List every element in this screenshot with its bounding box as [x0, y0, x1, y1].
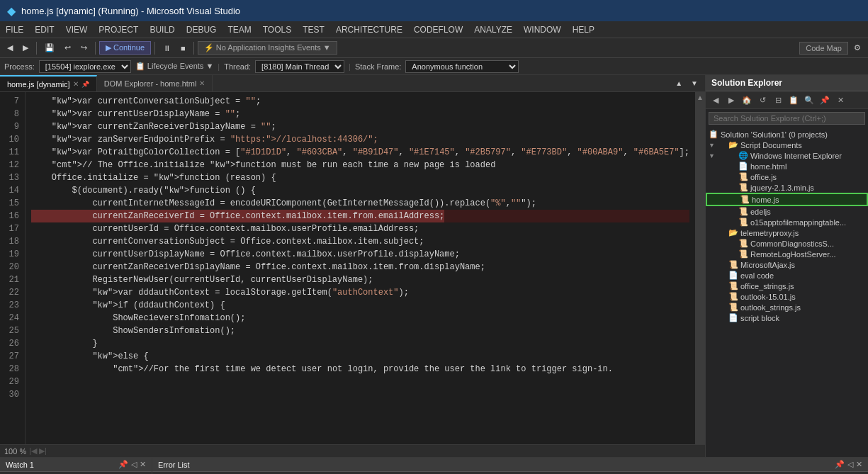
tree-item[interactable]: 📜RemoteLogHostServer... [706, 249, 868, 259]
toolbar-settings[interactable]: ⚙ [850, 40, 865, 56]
editor-scrollbar[interactable]: ▲ [695, 92, 705, 444]
toolbar-save[interactable]: 💾 [40, 40, 59, 56]
stack-select[interactable]: Anonymous function [405, 60, 519, 73]
tree-item[interactable]: 📜office_strings.js [706, 281, 868, 291]
code-line-17[interactable]: currentInternetMessageId = encodeURIComp… [31, 197, 689, 210]
tree-file-icon: 📜 [738, 172, 748, 181]
code-map-button[interactable]: Code Map [799, 42, 848, 55]
menu-item-architecture[interactable]: ARCHITECTURE [330, 21, 408, 38]
line-num-11: 11 [3, 146, 19, 159]
menu-item-file[interactable]: FILE [0, 21, 29, 38]
stop-button[interactable]: ■ [176, 40, 190, 56]
tree-label: Solution 'Solution1' (0 projects) [721, 130, 828, 139]
tree-item[interactable]: 📜MicrosoftAjax.js [706, 259, 868, 270]
tree-item[interactable]: 📄eval code [706, 270, 868, 281]
tree-item[interactable]: 📜outlook-15.01.js [706, 291, 868, 302]
watch-auto-hide[interactable]: ◁ [131, 460, 137, 469]
process-select[interactable]: [15504] iexplore.exe [39, 60, 131, 73]
continue-button[interactable]: ▶ Continue [99, 41, 151, 55]
code-line-14[interactable]: "cmt">// The Office.initialize "kw">func… [31, 159, 689, 171]
code-line-15[interactable]: Office.initialize = "kw">function (reaso… [31, 171, 689, 184]
code-line-19[interactable]: currentUserId = Office.context.mailbox.u… [31, 222, 689, 235]
code-line-27[interactable]: ShowSendersInfomation(); [31, 325, 689, 337]
no-insights-button[interactable]: ⚡ No Application Insights Events ▼ [198, 41, 337, 55]
tab-home-js[interactable]: home.js [dynamic] ✕ 📌 [0, 75, 97, 91]
menu-item-help[interactable]: HELP [567, 21, 600, 38]
se-collapse[interactable]: ⊟ [771, 93, 785, 107]
editor-scroll-up[interactable]: ▲ [671, 76, 687, 91]
editor-scroll-down[interactable]: ▼ [687, 76, 702, 91]
menu-item-edit[interactable]: EDIT [29, 21, 60, 38]
se-back[interactable]: ◀ [709, 93, 723, 107]
error-close[interactable]: ✕ [856, 460, 862, 469]
se-close[interactable]: ✕ [833, 93, 847, 107]
tab-dom-explorer-close[interactable]: ✕ [199, 79, 205, 87]
code-line-13[interactable]: "kw">var PotraitbgColorCollection = ["#1… [31, 146, 689, 159]
tree-item[interactable]: ▼ 📂Script Documents [706, 140, 868, 150]
code-line-18[interactable]: currentZanReceiverId = Office.context.ma… [31, 210, 689, 222]
code-line-20[interactable]: currentConversationSubject = Office.cont… [31, 235, 689, 248]
se-properties[interactable]: 📋 [787, 93, 801, 107]
tree-item[interactable]: 📋Solution 'Solution1' (0 projects) [706, 129, 868, 140]
tab-home-js-close[interactable]: ✕ [73, 80, 79, 88]
tree-item[interactable]: ▼ 🌐Windows Internet Explorer [706, 150, 868, 161]
tree-item[interactable]: 📜outlook_strings.js [706, 302, 868, 312]
menu-item-project[interactable]: PROJECT [93, 21, 144, 38]
tree-item[interactable]: 📄script block [706, 312, 868, 323]
menu-item-codeflow[interactable]: CODEFLOW [408, 21, 468, 38]
code-line-30[interactable]: "cmt">//For the first time we detect use… [31, 363, 689, 376]
menu-item-window[interactable]: WINDOW [518, 21, 567, 38]
menu-item-build[interactable]: BUILD [144, 21, 180, 38]
tree-item[interactable]: 📜home.js [706, 193, 868, 206]
code-line-26[interactable]: ShowRecieversInfomation(); [31, 312, 689, 325]
error-auto-hide[interactable]: ◁ [847, 460, 853, 469]
tree-item[interactable]: 📂telemetryproxy.js [706, 227, 868, 238]
menu-item-view[interactable]: VIEW [60, 21, 94, 38]
toolbar-forward[interactable]: ▶ [18, 40, 33, 56]
tree-item[interactable]: 📜o15apptofilemappingtable... [706, 217, 868, 227]
toolbar-redo[interactable]: ↪ [77, 40, 91, 56]
code-line-10[interactable]: "kw">var zanServerEndpointPrefix = "http… [31, 133, 689, 146]
tree-item[interactable]: 📜jquery-2.1.3.min.js [706, 182, 868, 193]
se-filter[interactable]: 🔍 [802, 93, 816, 107]
se-search-input[interactable] [709, 112, 865, 125]
tab-dom-explorer[interactable]: DOM Explorer - home.html ✕ [97, 75, 213, 91]
code-line-29[interactable]: "kw">else { [31, 350, 689, 363]
code-line-24[interactable]: "kw">var dddauthContext = localStorage.g… [31, 286, 689, 299]
tree-file-icon: 📜 [728, 292, 738, 301]
se-home[interactable]: 🏠 [740, 93, 754, 107]
code-line-21[interactable]: currentUserDisplayName = Office.context.… [31, 248, 689, 261]
tree-file-icon: 📜 [728, 281, 738, 290]
code-content[interactable]: "kw">var currentConversationSubject = ""… [26, 92, 695, 444]
se-refresh[interactable]: ↺ [755, 93, 770, 107]
code-line-7[interactable]: "kw">var currentConversationSubject = ""… [31, 95, 689, 108]
se-pin[interactable]: 📌 [818, 93, 832, 107]
watch-pin[interactable]: 📌 [118, 460, 128, 469]
error-pin[interactable]: 📌 [835, 460, 845, 469]
tree-item[interactable]: 📜office.js [706, 171, 868, 182]
watch-close[interactable]: ✕ [140, 460, 146, 469]
toolbar-undo[interactable]: ↩ [60, 40, 75, 56]
pause-button[interactable]: ⏸ [159, 40, 175, 56]
code-line-28[interactable]: } [31, 337, 689, 350]
tree-item[interactable]: 📜edeljs [706, 206, 868, 217]
scroll-up-arrow[interactable]: ▲ [695, 92, 705, 103]
tree-item[interactable]: 📄home.html [706, 161, 868, 171]
thread-select[interactable]: [8180] Main Thread [255, 60, 344, 73]
menu-item-test[interactable]: TEST [297, 21, 330, 38]
menu-item-team[interactable]: TEAM [222, 21, 257, 38]
watch-panel: Watch 1 📌 ◁ ✕ Name Value Type [0, 458, 152, 474]
tree-item[interactable]: 📜CommonDiagnosticsS... [706, 238, 868, 249]
code-line-25[interactable]: "kw">if (dddauthContext) { [31, 299, 689, 312]
menu-item-debug[interactable]: DEBUG [181, 21, 222, 38]
code-line-8[interactable]: "kw">var currentUserDisplayName = ""; [31, 108, 689, 120]
code-line-23[interactable]: RegisterNewUser(currentUserId, currentUs… [31, 273, 689, 286]
code-line-16[interactable]: $(document).ready("kw">function () { [31, 184, 689, 197]
menu-item-analyze[interactable]: ANALYZE [468, 21, 518, 38]
code-line-22[interactable]: currentZanReceiverDisplayName = Office.c… [31, 261, 689, 273]
toolbar-back[interactable]: ◀ [3, 40, 17, 56]
pin-icon[interactable]: 📌 [81, 81, 89, 88]
menu-item-tools[interactable]: TOOLS [257, 21, 297, 38]
se-forward[interactable]: ▶ [724, 93, 738, 107]
code-line-9[interactable]: "kw">var currentZanReceiverDisplayName =… [31, 120, 689, 133]
